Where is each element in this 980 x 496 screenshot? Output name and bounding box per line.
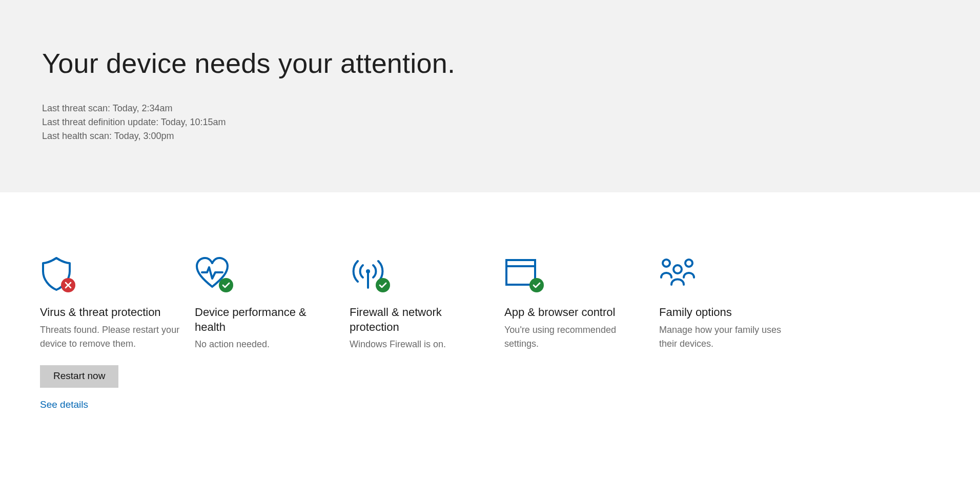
browser-window-icon [504,257,647,293]
card-title: Firewall & network protection [350,305,492,334]
card-title: Device performance & health [195,305,337,334]
svg-point-1 [219,278,233,292]
last-health-scan: Last health scan: Today, 3:00pm [42,129,980,143]
last-threat-scan: Last threat scan: Today, 2:34am [42,102,980,115]
svg-point-4 [376,278,390,292]
shield-icon [40,257,182,293]
svg-point-7 [529,278,544,292]
card-firewall[interactable]: Firewall & network protection Windows Fi… [350,257,504,410]
card-sub: You're using recommended settings. [504,323,647,351]
see-details-link[interactable]: See details [40,399,182,410]
page-title: Your device needs your attention. [42,47,980,79]
svg-point-10 [673,265,682,273]
svg-point-9 [685,260,692,267]
ok-badge-icon [218,277,234,293]
card-sub: Threats found. Please restart your devic… [40,323,182,351]
card-title: Family options [659,305,802,320]
card-sub: Manage how your family uses their device… [659,323,802,351]
card-device-health[interactable]: Device performance & health No action ne… [195,257,350,410]
cards-row: Virus & threat protection Threats found.… [0,192,980,410]
ok-badge-icon [375,277,391,293]
last-definition-update: Last threat definition update: Today, 10… [42,115,980,129]
card-sub: Windows Firewall is on. [350,338,492,351]
card-family[interactable]: Family options Manage how your family us… [659,257,814,410]
antenna-icon [350,257,492,293]
heart-health-icon [195,257,337,293]
card-app-browser[interactable]: App & browser control You're using recom… [504,257,659,410]
card-title: App & browser control [504,305,647,320]
card-sub: No action needed. [195,338,337,351]
restart-now-button[interactable]: Restart now [40,365,118,388]
ok-badge-icon [529,277,544,293]
card-title: Virus & threat protection [40,305,182,320]
family-icon [659,257,802,293]
card-virus-threat[interactable]: Virus & threat protection Threats found.… [40,257,195,410]
error-badge-icon [60,277,76,293]
status-block: Last threat scan: Today, 2:34am Last thr… [42,102,980,143]
hero-panel: Your device needs your attention. Last t… [0,0,980,192]
svg-point-8 [663,260,670,267]
